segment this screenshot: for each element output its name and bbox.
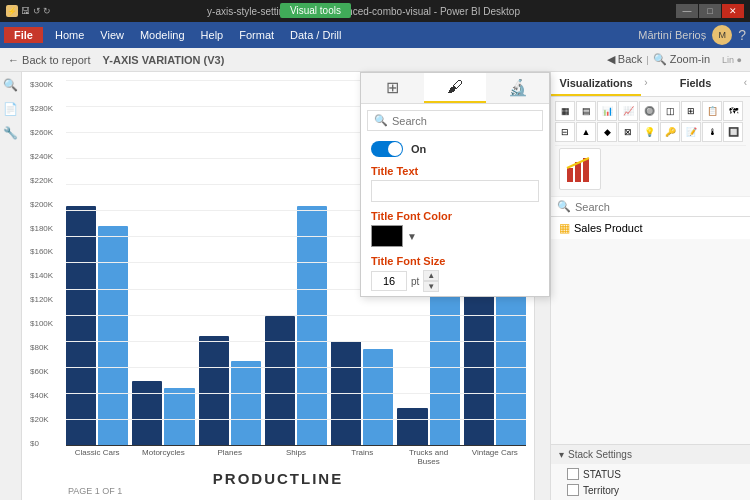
x-label-trucks: Trucks and Buses xyxy=(397,448,459,466)
left-icon-2[interactable]: 📄 xyxy=(3,102,18,116)
viz-icon-10[interactable]: ▲ xyxy=(576,122,596,142)
font-size-up-btn[interactable]: ▲ xyxy=(423,270,439,281)
viz-icon-15[interactable]: 📝 xyxy=(681,122,701,142)
font-size-input[interactable] xyxy=(371,271,407,291)
x-axis-labels: Classic Cars Motorcycles Planes Ships Tr… xyxy=(66,448,526,466)
format-tab-analytics[interactable]: 🔬 xyxy=(486,73,549,103)
checkbox-status-label: STATUS xyxy=(583,469,621,480)
y-label-10: $100K xyxy=(30,319,53,328)
right-panel: Visualizations › Fields ‹ ▦ ▤ 📊 📈 🔘 ◫ ⊞ … xyxy=(550,72,750,500)
x-label-ships: Ships xyxy=(265,448,327,466)
fields-search-icon: 🔍 xyxy=(557,200,571,213)
color-swatch[interactable] xyxy=(371,225,403,247)
viz-icon-16[interactable]: 🌡 xyxy=(702,122,722,142)
file-menu[interactable]: File xyxy=(4,27,43,43)
viz-icon-6[interactable]: ⊞ xyxy=(681,101,701,121)
bar-light-planes xyxy=(231,361,261,446)
viz-icon-12[interactable]: ⊠ xyxy=(618,122,638,142)
checkbox-status[interactable]: STATUS xyxy=(567,466,742,482)
font-size-spinner[interactable]: ▲ ▼ xyxy=(423,270,439,292)
window-controls[interactable]: — □ ✕ xyxy=(676,4,744,18)
viz-icon-17[interactable]: 🔲 xyxy=(723,122,743,142)
format-tab-paintbrush[interactable]: 🖌 xyxy=(424,73,487,103)
y-label-15: $0 xyxy=(30,439,53,448)
y-label-11: $80K xyxy=(30,343,53,352)
format-search-input[interactable] xyxy=(392,115,536,127)
format-tab-fields[interactable]: ⊞ xyxy=(361,73,424,103)
main-layout: 🔍 📄 🔧 ▽ $300K $280K $260K $240K $220K $2… xyxy=(0,72,750,500)
format-title-section: Title Text xyxy=(361,161,549,206)
stack-settings-arrow: ▾ xyxy=(559,449,564,460)
close-button[interactable]: ✕ xyxy=(722,4,744,18)
bar-dark-trains xyxy=(331,341,361,446)
viz-icons-grid: ▦ ▤ 📊 📈 🔘 ◫ ⊞ 📋 🗺 ⊟ ▲ ◆ ⊠ 💡 🔑 📝 🌡 🔲 xyxy=(555,101,746,142)
stack-settings-label: Stack Settings xyxy=(568,449,632,460)
y-label-3: $240K xyxy=(30,152,53,161)
viz-icon-14[interactable]: 🔑 xyxy=(660,122,680,142)
bar-dark-motorcycles xyxy=(132,381,162,446)
zoom-btn[interactable]: 🔍 Zoom-in xyxy=(653,53,710,66)
viz-icon-5[interactable]: ◫ xyxy=(660,101,680,121)
title-font-size-label: Title Font Size xyxy=(371,255,539,267)
viz-custom-icon-row xyxy=(555,145,746,192)
bar-light-trains xyxy=(363,349,393,446)
stack-settings-row[interactable]: ▾ Stack Settings xyxy=(551,445,750,464)
color-caret[interactable]: ▼ xyxy=(407,231,417,242)
viz-icon-11[interactable]: ◆ xyxy=(597,122,617,142)
fields-arrow[interactable]: ‹ xyxy=(741,72,750,96)
viz-icon-13[interactable]: 💡 xyxy=(639,122,659,142)
toggle-knob xyxy=(388,142,402,156)
viz-icon-9[interactable]: ⊟ xyxy=(555,122,575,142)
x-label-classic: Classic Cars xyxy=(66,448,128,466)
checkbox-territory-box[interactable] xyxy=(567,484,579,496)
fields-search-input[interactable] xyxy=(575,201,744,213)
fields-sales-product-item[interactable]: ▦ Sales Product xyxy=(551,217,750,239)
menu-format[interactable]: Format xyxy=(231,27,282,43)
bar-light-trucks xyxy=(430,286,460,446)
menu-data-drill[interactable]: Data / Drill xyxy=(282,27,349,43)
viz-icon-4[interactable]: 🔘 xyxy=(639,101,659,121)
title-text-input[interactable] xyxy=(371,180,539,202)
menu-modeling[interactable]: Modeling xyxy=(132,27,193,43)
bars-planes xyxy=(199,336,261,446)
visualizations-tab[interactable]: Visualizations xyxy=(551,72,641,96)
visual-tools-badge: Visual tools xyxy=(280,3,351,18)
viz-icon-3[interactable]: 📈 xyxy=(618,101,638,121)
menu-help[interactable]: Help xyxy=(193,27,232,43)
x-label-vintage: Vintage Cars xyxy=(464,448,526,466)
help-icon[interactable]: ? xyxy=(738,27,746,43)
format-panel: ⊞ 🖌 🔬 🔍 On Title Text Title Font Color xyxy=(360,72,550,297)
back-to-report-btn[interactable]: ← Back to report xyxy=(8,54,91,66)
fields-tab[interactable]: Fields xyxy=(651,72,741,96)
viz-icon-2[interactable]: 📊 xyxy=(597,101,617,121)
fields-item-icon: ▦ xyxy=(559,221,570,235)
viz-icon-7[interactable]: 📋 xyxy=(702,101,722,121)
minimize-button[interactable]: — xyxy=(676,4,698,18)
bar-light-classic-cars xyxy=(98,226,128,446)
left-icon-1[interactable]: 🔍 xyxy=(3,78,18,92)
viz-large-icon[interactable] xyxy=(559,148,601,190)
back-btn[interactable]: ◀ Back xyxy=(607,53,643,66)
viz-icon-1[interactable]: ▤ xyxy=(576,101,596,121)
menu-home[interactable]: Home xyxy=(47,27,92,43)
font-size-down-btn[interactable]: ▼ xyxy=(423,281,439,292)
viz-arrow-right[interactable]: › xyxy=(641,72,650,96)
bars-ships xyxy=(265,206,327,446)
checkbox-status-box[interactable] xyxy=(567,468,579,480)
page-title: Y-AXIS VARIATION (V3) xyxy=(103,54,225,66)
viz-icon-8[interactable]: 🗺 xyxy=(723,101,743,121)
left-icon-3[interactable]: 🔧 xyxy=(3,126,18,140)
checkbox-territory[interactable]: Territory xyxy=(567,482,742,498)
bar-group-trucks xyxy=(397,286,459,446)
format-on-row: On xyxy=(361,137,549,161)
maximize-button[interactable]: □ xyxy=(699,4,721,18)
font-size-row: pt ▲ ▼ xyxy=(371,270,539,292)
menu-view[interactable]: View xyxy=(92,27,132,43)
viz-icon-0[interactable]: ▦ xyxy=(555,101,575,121)
fields-item-label: Sales Product xyxy=(574,222,642,234)
format-toggle-switch[interactable] xyxy=(371,141,403,157)
y-label-6: $180K xyxy=(30,224,53,233)
font-size-unit: pt xyxy=(411,276,419,287)
right-tabs: Visualizations › Fields ‹ xyxy=(551,72,750,97)
title-bar: ⚡ 🖫 ↺ ↻ Visual tools y-axis-style-settin… xyxy=(0,0,750,22)
